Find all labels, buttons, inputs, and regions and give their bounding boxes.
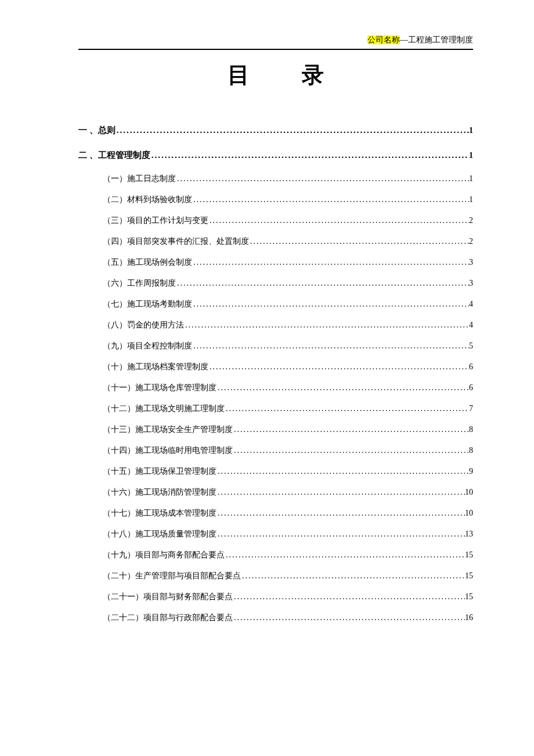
toc-label: （十三）施工现场安全生产管理制度: [103, 424, 233, 435]
toc-page-number: 15: [465, 550, 473, 560]
toc-row: （十七）施工现场成本管理制度10: [103, 508, 473, 519]
page-title: 目录: [78, 60, 473, 90]
toc-label: （十六）施工现场消防管理制度: [103, 487, 217, 498]
toc-page-number: 9: [469, 467, 473, 476]
toc-page-number: 3: [469, 279, 473, 288]
toc-leader: [176, 174, 469, 183]
toc-leader: [208, 362, 469, 372]
toc-row: （二十一）项目部与财务部配合要点15: [103, 592, 473, 602]
toc-page-number: 6: [469, 362, 473, 372]
toc-row: 一 、总则 1: [78, 125, 473, 136]
toc-row: （十八）施工现场质量管理制度13: [103, 529, 473, 539]
toc-row: （十六）施工现场消防管理制度10: [103, 487, 473, 498]
toc-row: （八）罚金的使用方法4: [103, 320, 473, 330]
toc-label: 一 、总则: [78, 125, 116, 136]
toc-page-number: 13: [465, 530, 473, 539]
toc-page-number: 1: [469, 195, 473, 204]
toc-row: （六）工作周报制度3: [103, 278, 473, 289]
toc-row: （四）项目部突发事件的汇报、处置制度2: [103, 236, 473, 247]
toc-page-number: 3: [469, 258, 473, 267]
toc-label: （十一）施工现场仓库管理制度: [103, 383, 217, 393]
toc-row: （十三）施工现场安全生产管理制度8: [103, 424, 473, 435]
toc-label: （十五）施工现场保卫管理制度: [103, 466, 217, 477]
toc-leader: [116, 125, 469, 135]
toc-page-number: 4: [469, 300, 473, 309]
toc-page-number: 15: [465, 571, 473, 581]
toc-row: （十一）施工现场仓库管理制度6: [103, 383, 473, 393]
toc-leader: [192, 341, 469, 351]
toc-row: （三）项目的工作计划与变更2: [103, 215, 473, 226]
toc-label: （十四）施工现场临时用电管理制度: [103, 445, 233, 456]
toc-row: （十九）项目部与商务部配合要点15: [103, 550, 473, 560]
toc-page-number: 1: [469, 151, 473, 160]
toc-label: （十八）施工现场质量管理制度: [103, 529, 217, 539]
toc-label: （二十一）项目部与财务部配合要点: [103, 592, 233, 602]
toc-leader: [217, 383, 469, 393]
toc-leader: [217, 467, 469, 476]
toc-row: （二）材料到场验收制度1: [103, 195, 473, 205]
toc-label: （八）罚金的使用方法: [103, 320, 184, 330]
toc-page-number: 1: [469, 126, 473, 135]
toc-page-number: 6: [469, 383, 473, 393]
toc-leader: [233, 613, 465, 622]
toc-page-number: 2: [469, 237, 473, 246]
toc-label: （十）施工现场档案管理制度: [103, 362, 208, 372]
doc-subtitle: —工程施工管理制度: [400, 35, 473, 44]
toc-label: （四）项目部突发事件的汇报、处置制度: [103, 236, 249, 247]
toc-row: （十四）施工现场临时用电管理制度8: [103, 445, 473, 456]
toc-label: （二）材料到场验收制度: [103, 195, 192, 205]
title-right: 录: [302, 63, 324, 87]
toc-leader: [233, 592, 465, 602]
table-of-contents: 一 、总则 1二 、工程管理制度 1（一）施工日志制度1（二）材料到场验收制度1…: [78, 125, 473, 623]
toc-page-number: 7: [469, 404, 473, 413]
toc-label: （六）工作周报制度: [103, 278, 176, 289]
toc-row: （七）施工现场考勤制度4: [103, 299, 473, 309]
toc-label: （二十）生产管理部与项目部配合要点: [103, 571, 241, 581]
header-divider: [78, 49, 473, 50]
toc-label: （三）项目的工作计划与变更: [103, 215, 208, 226]
toc-leader: [233, 425, 469, 434]
toc-leader: [192, 300, 469, 309]
toc-label: （十七）施工现场成本管理制度: [103, 508, 217, 519]
toc-leader: [176, 279, 469, 288]
toc-row: （一）施工日志制度1: [103, 174, 473, 184]
toc-leader: [225, 404, 469, 413]
toc-page-number: 2: [469, 216, 473, 225]
toc-label: （二十二）项目部与行政部配合要点: [103, 613, 233, 623]
toc-page-number: 16: [465, 613, 473, 622]
toc-label: （九）项目全程控制制度: [103, 341, 192, 351]
toc-page-number: 1: [469, 174, 473, 183]
document-page: 公司名称—工程施工管理制度 目录 一 、总则 1二 、工程管理制度 1（一）施工…: [0, 0, 534, 668]
toc-row: 二 、工程管理制度 1: [78, 150, 473, 161]
toc-leader: [249, 237, 469, 246]
toc-row: （九）项目全程控制制度5: [103, 341, 473, 351]
toc-label: （一）施工日志制度: [103, 174, 176, 184]
toc-label: （十九）项目部与商务部配合要点: [103, 550, 225, 560]
toc-leader: [184, 321, 469, 330]
toc-leader: [192, 258, 469, 267]
toc-page-number: 10: [465, 509, 473, 518]
toc-row: （十五）施工现场保卫管理制度9: [103, 466, 473, 477]
toc-page-number: 15: [465, 592, 473, 602]
toc-leader: [241, 571, 465, 581]
toc-page-number: 8: [469, 425, 473, 434]
toc-label: （十二）施工现场文明施工理制度: [103, 404, 225, 414]
toc-leader: [217, 530, 465, 539]
toc-label: （七）施工现场考勤制度: [103, 299, 192, 309]
toc-leader: [217, 488, 465, 497]
toc-leader: [225, 550, 465, 560]
toc-leader: [192, 195, 469, 204]
toc-leader: [217, 509, 465, 518]
toc-leader: [208, 216, 469, 225]
toc-row: （十）施工现场档案管理制度6: [103, 362, 473, 372]
toc-row: （二十）生产管理部与项目部配合要点15: [103, 571, 473, 581]
header-line: 公司名称—工程施工管理制度: [78, 35, 473, 45]
toc-leader: [233, 446, 469, 455]
title-left: 目: [228, 63, 250, 87]
toc-page-number: 8: [469, 446, 473, 455]
toc-label: （五）施工现场例会制度: [103, 257, 192, 268]
toc-row: （十二）施工现场文明施工理制度7: [103, 404, 473, 414]
toc-page-number: 5: [469, 341, 473, 351]
toc-page-number: 4: [469, 321, 473, 330]
toc-row: （五）施工现场例会制度3: [103, 257, 473, 268]
